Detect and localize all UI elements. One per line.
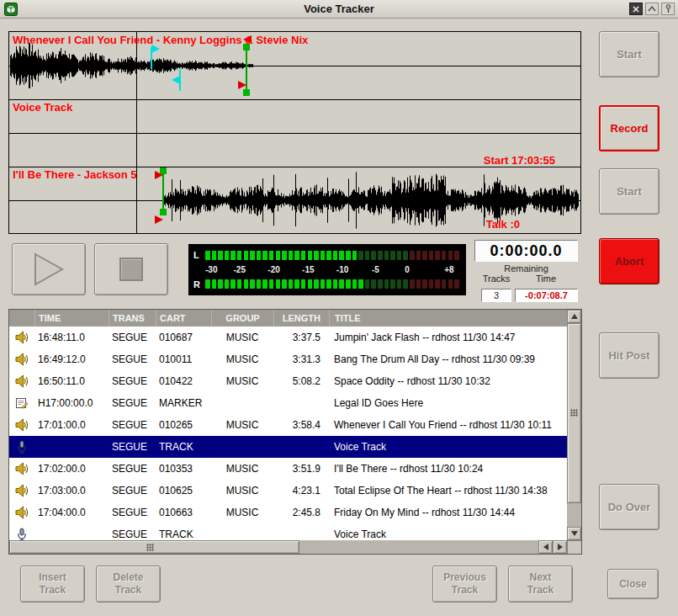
cell-group: MUSIC xyxy=(211,348,273,370)
scroll-down-button[interactable] xyxy=(567,527,581,540)
hit-post-button[interactable]: Hit Post xyxy=(599,332,659,379)
cell-title: Total Eclipse Of The Heart -- rdhost 11/… xyxy=(329,480,567,502)
log-row[interactable]: 17:03:00.0SEGUE010625MUSIC4:23.1Total Ec… xyxy=(9,480,567,502)
cell-time xyxy=(34,436,109,458)
mic-icon xyxy=(9,436,34,458)
speaker-icon xyxy=(9,327,34,348)
cell-trans: SEGUE xyxy=(109,502,156,523)
shade-icon[interactable] xyxy=(645,3,659,15)
cell-cart: MARKER xyxy=(156,392,211,414)
log-row[interactable]: H17:00:00.0SEGUEMARKERLegal ID Goes Here xyxy=(9,392,567,414)
cell-title: Space Oddity -- rdhost 11/30 10:32 xyxy=(329,370,567,392)
titlebar[interactable]: Voice Tracker xyxy=(0,0,678,19)
cell-time: 17:04:00.0 xyxy=(34,502,109,523)
cell-cart: 010625 xyxy=(156,480,211,502)
scroll-left-button[interactable] xyxy=(538,540,553,554)
speaker-icon xyxy=(9,480,34,502)
cell-group xyxy=(211,523,273,540)
cell-length xyxy=(273,523,329,540)
cell-cart: 010011 xyxy=(156,348,211,370)
cell-title: I'll Be There -- rdhost 11/30 10:24 xyxy=(329,458,567,480)
do-over-button[interactable]: Do Over xyxy=(599,484,659,530)
speaker-icon xyxy=(9,370,34,392)
log-table-body: 16:48:11.0SEGUE010687MUSIC3:37.5Jumpin' … xyxy=(9,327,567,540)
start-button[interactable]: Start xyxy=(599,31,659,77)
header-cell-cart: CART xyxy=(156,310,211,327)
window-title: Voice Tracker xyxy=(0,3,678,15)
log-row[interactable]: 17:01:00.0SEGUE010265MUSIC3:58.4Whenever… xyxy=(9,414,567,436)
cell-cart: 010353 xyxy=(156,458,211,480)
elapsed-time-display: 0:00:00.0 xyxy=(474,240,578,262)
cell-group: MUSIC xyxy=(211,458,273,480)
close-icon[interactable] xyxy=(629,3,643,15)
header-cell-length: LENGTH xyxy=(273,310,329,327)
cell-group xyxy=(211,436,273,458)
log-row[interactable]: 17:02:00.0SEGUE010353MUSIC3:51.9I'll Be … xyxy=(9,458,567,480)
log-row[interactable]: 16:48:11.0SEGUE010687MUSIC3:37.5Jumpin' … xyxy=(9,327,567,348)
track-title: Whenever I Call You Friend - Kenny Loggi… xyxy=(13,34,308,46)
previous-track-button[interactable]: Previous Track xyxy=(432,566,497,603)
waveform-canvas[interactable] xyxy=(9,32,580,233)
stop-button[interactable] xyxy=(94,243,168,295)
cell-title: Friday On My Mind -- rdhost 11/30 14:44 xyxy=(329,502,567,523)
header-cell-title: TITLE xyxy=(329,310,567,327)
record-button[interactable]: Record xyxy=(599,105,659,151)
track-title: I'll Be There - Jackson 5 xyxy=(13,168,137,181)
cell-trans: SEGUE xyxy=(109,348,156,370)
cell-cart: 010265 xyxy=(156,414,211,436)
cell-cart: 010687 xyxy=(156,327,211,348)
close-button[interactable]: Close xyxy=(607,569,659,599)
stop-icon xyxy=(119,258,143,281)
cell-trans: SEGUE xyxy=(109,480,156,502)
header-cell-group: GROUP xyxy=(211,310,273,327)
cell-time: 17:02:00.0 xyxy=(34,458,109,480)
voice-tracker-window: Voice Tracker xyxy=(0,0,678,616)
cell-time: 16:48:11.0 xyxy=(34,327,109,348)
cell-time: 16:49:12.0 xyxy=(34,348,109,370)
abort-button[interactable]: Abort xyxy=(599,238,659,284)
cell-cart: TRACK xyxy=(156,436,211,458)
remaining-tracks-label: Tracks xyxy=(483,273,511,284)
horizontal-scrollbar[interactable] xyxy=(9,540,567,554)
next-track-button[interactable]: Next Track xyxy=(508,566,573,603)
scroll-up-button[interactable] xyxy=(567,310,581,323)
cell-title: Bang The Drum All Day -- rdhost 11/30 09… xyxy=(329,348,567,370)
vertical-scroll-thumb[interactable] xyxy=(567,323,581,503)
vertical-scrollbar[interactable] xyxy=(567,310,581,540)
grip-dots xyxy=(146,544,154,551)
log-table-header: TIME TRANS CART GROUP LENGTH TITLE xyxy=(9,310,567,327)
horizontal-scroll-thumb[interactable] xyxy=(9,540,299,554)
cell-cart: 010422 xyxy=(156,370,211,392)
log-row[interactable]: 16:49:12.0SEGUE010011MUSIC3:31.3Bang The… xyxy=(9,348,567,370)
log-row[interactable]: 17:04:00.0SEGUE010663MUSIC2:45.8Friday O… xyxy=(9,502,567,523)
delete-track-button[interactable]: Delete Track xyxy=(96,566,161,603)
cell-length: 3:31.3 xyxy=(273,348,329,370)
header-cell-time: TIME xyxy=(34,310,109,327)
header-cell-trans: TRANS xyxy=(109,310,156,327)
log-row[interactable]: SEGUETRACKVoice Track xyxy=(9,523,567,540)
grip-dots xyxy=(570,409,578,417)
cell-time: 17:03:00.0 xyxy=(34,480,109,502)
left-meter-segments xyxy=(205,251,459,260)
log-row[interactable]: 16:50:11.0SEGUE010422MUSIC5:08.2Space Od… xyxy=(9,370,567,392)
cell-length xyxy=(273,392,329,414)
scrollbar-corner xyxy=(567,540,581,554)
cell-cart: 010663 xyxy=(156,502,211,523)
play-button[interactable] xyxy=(12,243,86,295)
start-button[interactable]: Start xyxy=(599,168,659,215)
waveform-panel[interactable]: Whenever I Call You Friend - Kenny Loggi… xyxy=(8,31,581,234)
speaker-icon xyxy=(9,458,34,480)
cell-length: 2:45.8 xyxy=(273,502,329,523)
remaining-tracks-value: 3 xyxy=(481,289,511,302)
level-meter: L -30-25-20-15-10-50+8 R xyxy=(188,244,466,295)
right-meter-segments xyxy=(205,279,459,289)
pin-icon[interactable] xyxy=(661,3,675,15)
marker-icon xyxy=(9,392,34,414)
cell-trans: SEGUE xyxy=(109,523,156,540)
scroll-right-button[interactable] xyxy=(553,540,567,554)
insert-track-button[interactable]: Insert Track xyxy=(20,566,85,603)
cell-trans: SEGUE xyxy=(109,370,156,392)
cell-group: MUSIC xyxy=(211,502,273,523)
cell-trans: SEGUE xyxy=(109,392,156,414)
log-row[interactable]: SEGUETRACKVoice Track xyxy=(9,436,567,458)
